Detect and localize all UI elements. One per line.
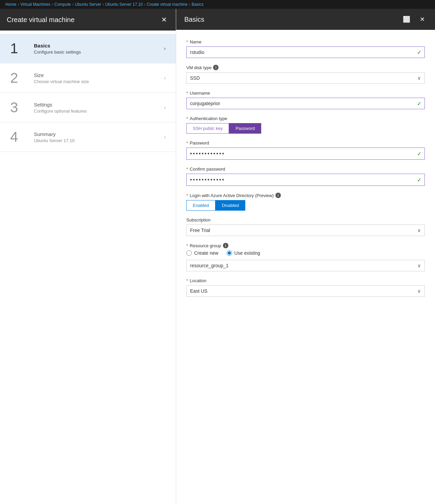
step-1-number: 1 [10,41,30,56]
breadcrumb-ubuntu-server[interactable]: Ubuntu Server [75,2,101,7]
step-3-chevron-icon: › [164,104,166,111]
step-3-number: 3 [10,100,30,115]
step-2-size[interactable]: 2 Size Choose virtual machine size › [0,63,176,93]
step-1-title: Basics [34,43,164,49]
password-input[interactable] [186,148,425,160]
step-2-number: 2 [10,71,30,85]
step-1-subtitle: Configure basic settings [34,50,164,55]
username-input[interactable] [186,98,425,109]
login-aad-required-star: * [186,193,188,198]
vm-disk-type-label: VM disk type i [186,65,425,70]
left-panel-title: Create virtual machine [7,16,75,24]
breadcrumb-create-vm[interactable]: Create virtual machine [147,2,187,7]
password-group: * Password ✓ [186,140,425,160]
name-input[interactable] [186,46,425,58]
password-input-wrapper: ✓ [186,148,425,160]
login-aad-info-icon[interactable]: i [275,193,281,198]
resource-group-group: * Resource group i Create new Use existi… [186,243,425,271]
name-check-icon: ✓ [417,49,421,56]
resource-group-use-existing-radio[interactable] [227,250,232,256]
resource-group-use-existing-item[interactable]: Use existing [227,250,260,256]
left-panel-close-button[interactable]: ✕ [159,15,169,24]
step-2-chevron-icon: › [164,75,166,81]
location-select[interactable]: East US West US Central US [186,285,425,297]
subscription-select[interactable]: Free Trial Pay-As-You-Go [186,225,425,236]
confirm-password-required-star: * [186,167,188,172]
step-3-title: Settings [34,102,164,108]
confirm-password-label: * Confirm password [186,167,425,172]
breadcrumb-compute[interactable]: Compute [55,2,71,7]
vm-disk-type-select-wrapper: SSD HDD ∨ [186,72,425,84]
subscription-select-wrapper: Free Trial Pay-As-You-Go ∨ [186,225,425,236]
subscription-label: Subscription [186,217,425,222]
resource-group-info-icon[interactable]: i [223,243,228,248]
confirm-password-check-icon: ✓ [417,177,421,183]
login-aad-enabled-button[interactable]: Enabled [186,200,215,211]
breadcrumb-home[interactable]: Home [5,2,16,7]
confirm-password-group: * Confirm password ✓ [186,167,425,186]
resource-group-use-existing-label: Use existing [234,250,260,256]
auth-type-toggle-group: SSH public key Password [186,123,425,134]
resource-group-required-star: * [186,243,188,248]
location-select-wrapper: East US West US Central US ∨ [186,285,425,297]
confirm-password-input[interactable] [186,174,425,186]
username-label: * Username [186,91,425,96]
auth-type-label: * Authentication type [186,116,425,121]
password-check-icon: ✓ [417,151,421,157]
login-aad-label: * Login with Azure Active Directory (Pre… [186,193,425,198]
step-4-title: Summary [34,131,164,137]
breadcrumb-basics[interactable]: Basics [191,2,203,7]
right-panel-close-button[interactable]: ✕ [418,15,427,24]
step-3-info: Settings Configure optional features [30,102,164,114]
vm-disk-type-info-icon[interactable]: i [213,65,219,70]
step-4-subtitle: Ubuntu Server 17.10 [34,138,164,143]
username-check-icon: ✓ [417,100,421,107]
auth-type-group: * Authentication type SSH public key Pas… [186,116,425,134]
resource-group-create-new-label: Create new [194,250,219,256]
breadcrumb-ubuntu-1710[interactable]: Ubuntu Server 17.10 [105,2,143,7]
step-4-chevron-icon: › [164,134,166,140]
step-2-subtitle: Choose virtual machine size [34,79,164,84]
form-content: * Name ✓ VM disk type i SSD HDD [176,30,435,504]
right-panel-actions: ⬜ ✕ [401,15,427,24]
step-4-number: 4 [10,130,30,144]
vm-disk-type-select[interactable]: SSD HDD [186,72,425,84]
confirm-password-input-wrapper: ✓ [186,174,425,186]
step-3-subtitle: Configure optional features [34,109,164,114]
step-4-summary[interactable]: 4 Summary Ubuntu Server 17.10 › [0,122,176,152]
auth-ssh-button[interactable]: SSH public key [186,123,229,134]
login-aad-group: * Login with Azure Active Directory (Pre… [186,193,425,211]
step-1-chevron-icon: › [164,45,166,52]
resource-group-label: * Resource group i [186,243,425,248]
auth-password-button[interactable]: Password [229,123,261,134]
step-1-info: Basics Configure basic settings [30,43,164,55]
name-input-wrapper: ✓ [186,46,425,58]
right-panel-header: Basics ⬜ ✕ [176,9,435,30]
step-2-title: Size [34,72,164,78]
step-3-settings[interactable]: 3 Settings Configure optional features › [0,93,176,122]
wizard-panel: Create virtual machine ✕ 1 Basics Config… [0,9,176,504]
resource-group-select[interactable]: resource_group_1 resource_group_2 [186,260,425,271]
breadcrumb: Home › Virtual Machines › Compute › Ubun… [0,0,435,9]
login-aad-disabled-button[interactable]: Disabled [215,200,246,211]
resource-group-create-new-item[interactable]: Create new [186,250,219,256]
step-1-basics[interactable]: 1 Basics Configure basic settings › [0,34,176,63]
left-panel-header: Create virtual machine ✕ [0,9,176,31]
username-required-star: * [186,91,188,96]
maximize-button[interactable]: ⬜ [401,15,412,24]
right-panel-title: Basics [184,16,204,23]
location-group: * Location East US West US Central US ∨ [186,278,425,297]
resource-group-create-new-radio[interactable] [186,250,192,256]
location-label: * Location [186,278,425,283]
basics-form-panel: Basics ⬜ ✕ * Name ✓ VM dis [176,9,435,504]
username-group: * Username ✓ [186,91,425,109]
password-label: * Password [186,140,425,146]
name-label: * Name [186,39,425,44]
username-input-wrapper: ✓ [186,98,425,109]
breadcrumb-vms[interactable]: Virtual Machines [20,2,50,7]
name-group: * Name ✓ [186,39,425,58]
location-required-star: * [186,278,188,283]
steps-container: 1 Basics Configure basic settings › 2 Si… [0,31,176,504]
resource-group-select-wrapper: resource_group_1 resource_group_2 ∨ [186,260,425,271]
subscription-group: Subscription Free Trial Pay-As-You-Go ∨ [186,217,425,236]
